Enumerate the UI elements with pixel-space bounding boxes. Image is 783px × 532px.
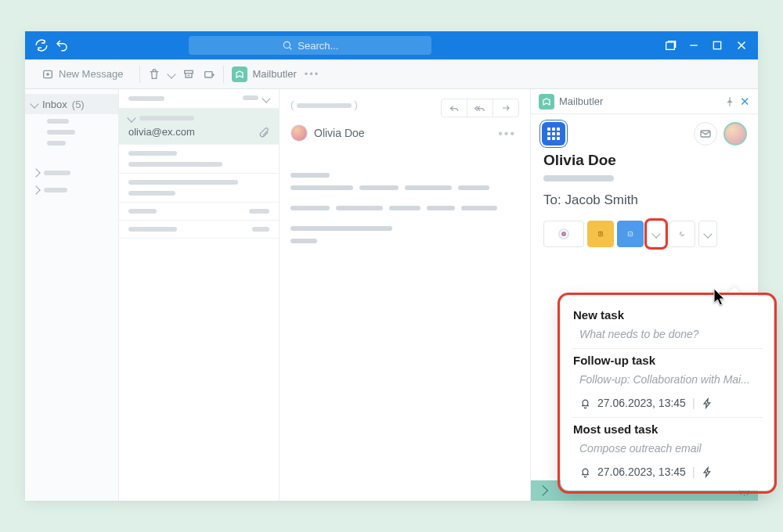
side-panel-title: Mailbutler <box>559 95 603 107</box>
followup-task-desc[interactable]: Follow-up: Collaboration with Mai... <box>572 372 763 394</box>
tasks-button[interactable] <box>617 221 644 247</box>
message-list-pane: olivia@ex.com <box>119 89 280 501</box>
search-input[interactable]: Search... <box>189 36 431 55</box>
body-text-placeholder <box>290 185 353 190</box>
avatar[interactable] <box>723 122 747 146</box>
placeholder <box>128 191 175 196</box>
pin-icon[interactable] <box>724 96 735 107</box>
new-message-button[interactable]: New Message <box>33 64 132 84</box>
svg-rect-5 <box>205 71 212 77</box>
folder-placeholder <box>44 188 67 192</box>
body-text-placeholder <box>290 239 317 243</box>
tasks-dropdown-button[interactable] <box>647 221 666 247</box>
placeholder <box>128 162 222 167</box>
feature-buttons-row <box>531 208 758 247</box>
toolbar: New Message Mailbutler ••• <box>25 59 758 89</box>
apps-grid-button[interactable] <box>542 122 565 146</box>
forward-icon[interactable] <box>493 99 518 117</box>
folder-inbox-count: (5) <box>72 99 85 110</box>
svg-point-0 <box>284 41 290 48</box>
bolt-icon <box>702 466 713 478</box>
svg-rect-2 <box>713 41 720 49</box>
close-panel-icon[interactable]: ✕ <box>740 95 750 109</box>
minimize-icon[interactable] <box>687 38 700 52</box>
body-text-placeholder <box>405 185 452 190</box>
body-text-placeholder <box>389 206 420 210</box>
placeholder <box>252 227 269 232</box>
contact-name: Olivia Doe <box>543 152 745 169</box>
popover-most-used-title: Most used task <box>572 418 763 440</box>
chevron-down-icon <box>262 94 270 102</box>
separator <box>223 66 224 83</box>
new-task-input[interactable]: What needs to be done? <box>572 326 763 348</box>
mailbutler-logo-icon <box>539 94 554 110</box>
reply-icon[interactable] <box>442 99 467 117</box>
followup-date: 27.06.2023, 13:45 <box>597 397 686 409</box>
placeholder <box>128 96 164 101</box>
body-text-placeholder <box>290 206 330 210</box>
list-item[interactable] <box>119 145 279 174</box>
close-icon[interactable] <box>734 38 749 52</box>
snooze-button[interactable] <box>669 221 695 247</box>
svg-point-8 <box>561 232 566 236</box>
archive-icon[interactable] <box>182 68 195 81</box>
maximize-icon[interactable] <box>711 38 723 52</box>
to-label: To: <box>543 192 561 207</box>
svg-rect-4 <box>185 70 193 73</box>
more-icon[interactable]: ••• <box>305 68 320 80</box>
folder-collapsed[interactable] <box>33 182 118 199</box>
notes-button[interactable] <box>587 221 614 247</box>
body-text-placeholder <box>290 173 330 178</box>
list-item[interactable] <box>119 221 279 239</box>
trash-icon[interactable] <box>148 68 161 81</box>
move-icon[interactable] <box>203 68 215 81</box>
body-text-placeholder <box>461 206 497 210</box>
chevron-right-icon[interactable] <box>537 485 548 496</box>
list-item[interactable] <box>119 89 279 109</box>
chevron-right-icon <box>31 185 40 194</box>
body-text-placeholder <box>359 185 399 190</box>
list-item[interactable] <box>119 174 279 203</box>
folder-placeholder <box>47 130 75 135</box>
placeholder <box>128 227 177 232</box>
followup-task-meta[interactable]: 27.06.2023, 13:45 | <box>572 394 763 417</box>
more-icon[interactable]: ••• <box>498 127 516 141</box>
placeholder <box>249 209 269 214</box>
avatar <box>290 124 308 142</box>
most-used-task-meta[interactable]: 27.06.2023, 13:45 | <box>572 462 763 486</box>
popover-new-task-title: New task <box>572 304 763 326</box>
folder-placeholder <box>47 141 66 146</box>
chevron-down-icon <box>651 229 660 238</box>
reply-all-icon[interactable] <box>467 99 493 117</box>
message-action-bar <box>441 99 519 117</box>
bell-icon <box>579 397 591 409</box>
mail-icon[interactable] <box>694 122 717 146</box>
to-name: Jacob Smith <box>565 192 638 207</box>
chevron-down-icon[interactable] <box>168 71 175 77</box>
snooze-dropdown-button[interactable] <box>698 221 717 247</box>
window-restore-icon[interactable] <box>664 38 677 52</box>
sync-icon[interactable] <box>34 38 49 52</box>
chevron-right-icon <box>31 168 40 177</box>
folder-inbox[interactable]: Inbox (5) <box>25 94 118 114</box>
outlook-window: Search... New Message <box>25 31 758 501</box>
list-item[interactable] <box>119 203 279 221</box>
bolt-icon <box>702 397 713 409</box>
folder-collapsed[interactable] <box>33 164 118 182</box>
body-text-placeholder <box>427 206 455 210</box>
svg-rect-10 <box>628 232 632 235</box>
mailbutler-ribbon-button[interactable]: Mailbutler <box>232 66 296 82</box>
most-used-task-desc[interactable]: Compose outreach email <box>572 440 763 462</box>
most-used-date: 27.06.2023, 13:45 <box>597 466 686 478</box>
bell-icon <box>579 466 591 478</box>
search-placeholder: Search... <box>298 40 338 52</box>
undo-icon[interactable] <box>55 38 69 52</box>
folder-placeholder <box>44 171 70 175</box>
list-item-selected[interactable]: olivia@ex.com <box>119 109 279 145</box>
folder-inbox-label: Inbox <box>42 99 67 110</box>
folder-pane: Inbox (5) <box>25 89 119 501</box>
new-message-label: New Message <box>59 68 123 80</box>
titlebar: Search... <box>25 31 758 59</box>
tracking-button[interactable] <box>543 221 584 247</box>
placeholder <box>139 116 194 120</box>
